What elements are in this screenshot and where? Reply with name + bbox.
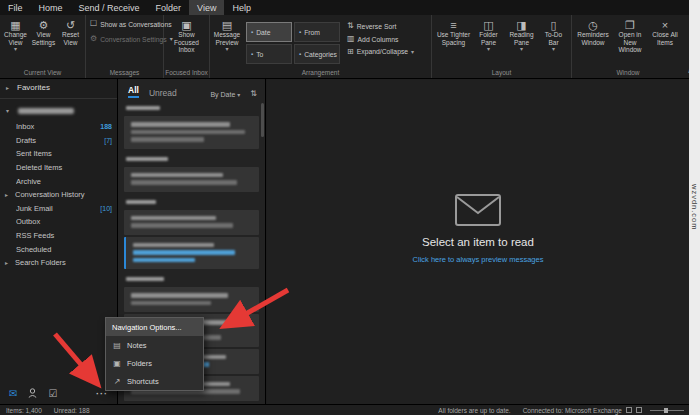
close-all-items-button[interactable]: × Close All Items bbox=[649, 17, 681, 46]
show-as-conversations-label: Show as Conversations bbox=[100, 21, 171, 28]
items-count: Items: 1,400 bbox=[6, 407, 42, 414]
folder-pane-button[interactable]: ◫ Folder Pane ▾ bbox=[473, 17, 505, 52]
preview-messages-link[interactable]: Click here to always preview messages bbox=[413, 255, 544, 264]
group-label-layout: Layout bbox=[432, 70, 571, 79]
blurred-account-name bbox=[18, 108, 74, 114]
menu-help[interactable]: Help bbox=[224, 0, 259, 15]
account-header[interactable]: ▾ bbox=[0, 103, 117, 118]
chevron-down-icon: ▾ bbox=[237, 92, 240, 98]
people-nav-icon[interactable] bbox=[28, 388, 37, 400]
show-as-conversations-checkbox[interactable]: ☐ Show as Conversations bbox=[86, 17, 176, 32]
menu-item-notes[interactable]: ▤ Notes bbox=[106, 336, 203, 354]
normal-view-button[interactable] bbox=[626, 407, 632, 413]
folder-rss-feeds[interactable]: RSS Feeds bbox=[0, 229, 117, 243]
folders-icon: ▣ bbox=[112, 359, 122, 368]
reading-pane: Select an item to read Click here to alw… bbox=[267, 79, 689, 404]
arrange-by-from-tile[interactable]: ▪ From bbox=[294, 22, 340, 42]
reverse-sort-button[interactable]: ⇅ Reverse Sort bbox=[345, 20, 416, 33]
email-list-item[interactable] bbox=[124, 287, 259, 312]
folder-archive[interactable]: Archive bbox=[0, 174, 117, 188]
date-group-header[interactable] bbox=[118, 151, 265, 165]
message-preview-button[interactable]: ▤ Message Preview ▾ bbox=[210, 17, 244, 52]
menu-item-folders[interactable]: ▣ Folders bbox=[106, 354, 203, 372]
chevron-down-icon: ▾ bbox=[552, 46, 555, 52]
close-all-items-icon: × bbox=[662, 19, 668, 31]
sort-direction-icon[interactable]: ⇅ bbox=[250, 89, 257, 98]
folder-search-folders[interactable]: ▸ Search Folders bbox=[0, 256, 117, 270]
use-tighter-spacing-button[interactable]: ≡ Use Tighter Spacing bbox=[435, 17, 473, 46]
folder-junk-email[interactable]: Junk Email [10] bbox=[0, 202, 117, 216]
chevron-down-icon: ▾ bbox=[487, 46, 490, 52]
date-icon: ▪ bbox=[251, 29, 253, 36]
tab-all[interactable]: All bbox=[128, 85, 139, 98]
reverse-sort-label: Reverse Sort bbox=[357, 23, 397, 30]
reading-pane-button[interactable]: ◨ Reading Pane ▾ bbox=[505, 17, 539, 52]
menu-send-receive[interactable]: Send / Receive bbox=[71, 0, 148, 15]
todo-bar-button[interactable]: ▯ To-Do Bar ▾ bbox=[539, 17, 569, 52]
group-label-window: Window bbox=[572, 70, 684, 79]
open-in-new-window-button[interactable]: ❐ Open in New Window bbox=[611, 17, 649, 54]
reminders-window-button[interactable]: ◷ Reminders Window bbox=[575, 17, 611, 46]
checkbox-icon: ☐ bbox=[90, 20, 97, 29]
sort-by-dropdown[interactable]: By Date ▾ bbox=[210, 91, 240, 98]
chevron-down-icon: ▾ bbox=[225, 46, 228, 52]
arrange-by-to-tile[interactable]: ▪ To bbox=[246, 44, 292, 64]
date-group-header[interactable] bbox=[118, 271, 265, 285]
change-view-button[interactable]: ▦ Change View ▾ bbox=[2, 17, 30, 52]
favorites-section-header[interactable]: ▸ Favorites bbox=[0, 79, 117, 95]
expand-collapse-button[interactable]: ⊞ Expand/Collapse ▾ bbox=[345, 46, 416, 59]
folder-scheduled[interactable]: Scheduled bbox=[0, 242, 117, 256]
ribbon-group-current-view: ▦ Change View ▾ ⚙ View Settings ↺ Reset … bbox=[0, 15, 86, 78]
navigation-bar: ✉ ☑ ··· bbox=[0, 384, 118, 404]
new-window-icon: ❐ bbox=[625, 19, 635, 31]
mail-nav-icon[interactable]: ✉ bbox=[9, 389, 17, 399]
folder-label: RSS Feeds bbox=[16, 231, 112, 240]
folder-outbox[interactable]: Outbox bbox=[0, 215, 117, 229]
blurred-text-line bbox=[131, 301, 211, 306]
blurred-text-line bbox=[126, 200, 156, 204]
arrangement-gallery: ▪ Date ▪ From ▪ To ▪ Categories bbox=[246, 22, 340, 64]
folder-conversation-history[interactable]: ▸ Conversation History bbox=[0, 188, 117, 202]
reading-view-button[interactable] bbox=[636, 407, 642, 413]
folder-pane-label: Folder Pane bbox=[474, 31, 504, 46]
reverse-sort-icon: ⇅ bbox=[347, 22, 354, 31]
menu-folder[interactable]: Folder bbox=[148, 0, 190, 15]
menu-view[interactable]: View bbox=[189, 0, 224, 15]
menu-item-shortcuts[interactable]: ↗ Shortcuts bbox=[106, 372, 203, 390]
tasks-nav-icon[interactable]: ☑ bbox=[48, 389, 57, 399]
add-columns-button[interactable]: ▥ Add Columns bbox=[345, 33, 416, 46]
menu-item-navigation-options[interactable]: Navigation Options... bbox=[106, 318, 203, 336]
chevron-down-icon: ▾ bbox=[411, 49, 414, 55]
menu-home[interactable]: Home bbox=[31, 0, 71, 15]
reset-view-label: Reset View bbox=[59, 31, 83, 46]
reset-view-button[interactable]: ↺ Reset View bbox=[58, 17, 84, 46]
from-icon: ▪ bbox=[299, 29, 301, 36]
ribbon-group-messages: ☐ Show as Conversations ⚙ Conversation S… bbox=[86, 15, 164, 78]
blurred-text-line bbox=[131, 223, 233, 228]
divider bbox=[0, 98, 117, 99]
arrange-by-categories-tile[interactable]: ▪ Categories bbox=[294, 44, 340, 64]
menu-file[interactable]: File bbox=[0, 0, 31, 15]
folder-deleted-items[interactable]: Deleted Items bbox=[0, 161, 117, 175]
email-list-item[interactable] bbox=[124, 210, 259, 235]
date-group-header[interactable] bbox=[118, 194, 265, 208]
email-list-item[interactable] bbox=[124, 116, 259, 149]
sync-status: All folders are up to date. bbox=[438, 407, 510, 414]
folder-inbox[interactable]: Inbox 188 bbox=[0, 120, 117, 134]
folder-sent-items[interactable]: Sent Items bbox=[0, 147, 117, 161]
folder-label: Scheduled bbox=[16, 245, 112, 254]
email-list-item[interactable] bbox=[124, 167, 259, 192]
show-focused-inbox-button[interactable]: ▣ Show Focused Inbox bbox=[168, 17, 206, 54]
tab-unread[interactable]: Unread bbox=[149, 88, 177, 98]
zoom-slider-thumb[interactable] bbox=[664, 408, 668, 413]
shortcuts-icon: ↗ bbox=[112, 377, 122, 386]
scrollbar-thumb[interactable] bbox=[261, 103, 264, 137]
view-settings-button[interactable]: ⚙ View Settings bbox=[30, 17, 58, 46]
group-label-current-view: Current View bbox=[0, 70, 85, 79]
email-list-item-selected[interactable] bbox=[124, 237, 259, 270]
folder-drafts[interactable]: Drafts [7] bbox=[0, 134, 117, 148]
zoom-slider[interactable] bbox=[650, 410, 684, 411]
date-group-header[interactable] bbox=[118, 100, 265, 114]
view-settings-label: View Settings bbox=[31, 31, 57, 46]
arrange-by-date-tile[interactable]: ▪ Date bbox=[246, 22, 292, 42]
